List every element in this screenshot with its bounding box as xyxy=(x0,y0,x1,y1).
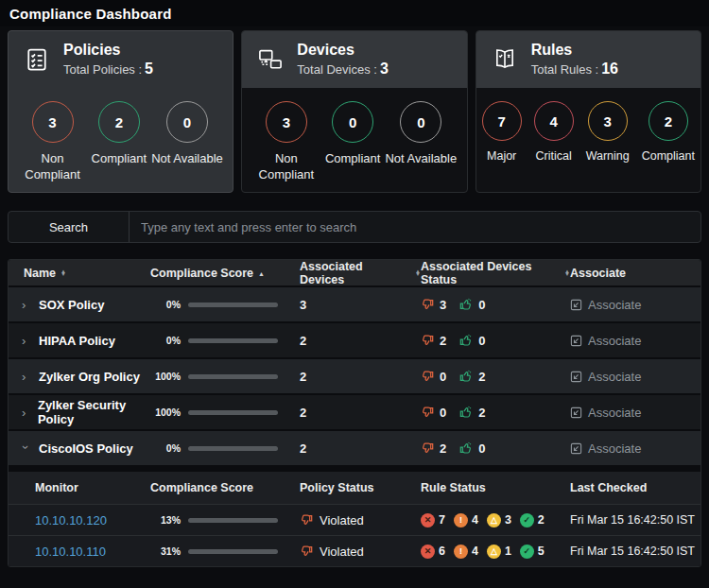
compliance-score-cell: 31% xyxy=(150,545,300,557)
monitor-table-header: Monitor Compliance Score Policy Status R… xyxy=(9,472,700,504)
chevron-down-icon[interactable]: › xyxy=(19,445,33,454)
rules-stat-major[interactable]: 7 Major xyxy=(482,101,522,164)
critical-count: 4 xyxy=(472,513,478,527)
devices-total-value: 3 xyxy=(380,61,389,77)
policies-card[interactable]: Policies Total Policies :5 3 Non Complia… xyxy=(8,30,233,193)
policy-name-cell[interactable]: ›Zylker Org Policy xyxy=(9,370,150,384)
column-header-name[interactable]: Name ▲▼ xyxy=(9,267,150,280)
thumb-down-icon xyxy=(300,513,313,527)
associate-button[interactable]: Associate xyxy=(570,334,700,348)
policy-row-ciscoios[interactable]: ›CiscoIOS Policy 0% 2 2 0 Associate xyxy=(9,429,700,465)
policy-name-cell[interactable]: ›HIPAA Policy xyxy=(9,334,150,348)
page-title: Compliance Dashboard xyxy=(9,6,172,22)
stat-label: Compliant xyxy=(325,151,381,167)
rules-card-header: Rules Total Rules :16 xyxy=(476,31,700,88)
devices-status-cell: 2 0 xyxy=(421,334,570,348)
devices-status-cell: 3 0 xyxy=(421,298,570,312)
checklist-icon xyxy=(22,44,52,75)
score-bar xyxy=(188,549,278,554)
monitor-ip-link[interactable]: 10.10.10.120 xyxy=(35,513,107,527)
score-percent: 0% xyxy=(150,299,181,310)
thumb-down-icon xyxy=(421,370,434,383)
chevron-right-icon[interactable]: › xyxy=(22,406,29,420)
rules-stat-critical[interactable]: 4 Critical xyxy=(534,101,574,164)
thumb-up-icon xyxy=(459,370,473,383)
associate-button[interactable]: Associate xyxy=(570,406,700,420)
stat-circle: 0 xyxy=(166,101,208,143)
devices-card-title: Devices xyxy=(297,42,388,59)
stat-label: Warning xyxy=(586,148,630,164)
stat-value: 0 xyxy=(349,114,356,130)
score-bar xyxy=(188,374,278,379)
devices-stat-notavailable[interactable]: 0 Not Available xyxy=(385,101,457,167)
sort-icon[interactable]: ▲▼ xyxy=(61,270,66,277)
compliant-device-count: 0 xyxy=(478,441,485,456)
rules-book-icon xyxy=(490,44,520,75)
title-bar: Compliance Dashboard xyxy=(0,0,709,26)
policy-row-hipaa[interactable]: ›HIPAA Policy 0% 2 2 0 Associate xyxy=(9,321,700,357)
rules-stat-warning[interactable]: 3 Warning xyxy=(586,101,630,164)
associate-icon xyxy=(570,442,582,455)
column-header-compliance-score: Compliance Score xyxy=(150,481,300,494)
sort-asc-icon[interactable]: ▲ xyxy=(258,270,265,277)
chevron-right-icon[interactable]: › xyxy=(22,334,30,348)
associate-button[interactable]: Associate xyxy=(570,298,700,312)
stat-label: Critical xyxy=(536,148,572,164)
devices-stat-compliant[interactable]: 0 Compliant xyxy=(325,101,381,167)
associate-label: Associate xyxy=(588,406,641,420)
rules-card-title: Rules xyxy=(531,42,618,59)
associate-label: Associate xyxy=(588,334,641,348)
policy-name-cell[interactable]: ›CiscoIOS Policy xyxy=(9,441,150,456)
thumb-down-icon xyxy=(421,441,434,455)
policy-row-sox[interactable]: ›SOX Policy 0% 3 3 0 Associate xyxy=(9,285,700,321)
column-header-associated-devices[interactable]: Associated Devices ▲▼ xyxy=(300,260,421,286)
policies-stat-notavailable[interactable]: 0 Not Available xyxy=(151,101,223,167)
thumb-up-icon xyxy=(459,334,473,347)
rules-card[interactable]: Rules Total Rules :16 7 Major 4 Critical… xyxy=(476,30,701,193)
policy-row-zylker-security[interactable]: ›Zylker Security Policy 100% 2 0 2 Assoc… xyxy=(9,393,700,429)
devices-total-label: Total Devices : xyxy=(297,62,377,77)
policies-total: Total Policies :5 xyxy=(63,61,153,78)
ok-badge-icon: ✓ xyxy=(520,513,534,527)
search-input[interactable] xyxy=(130,220,700,234)
policy-name-cell[interactable]: ›Zylker Security Policy xyxy=(9,398,150,426)
policies-card-title: Policies xyxy=(63,42,153,59)
column-label: Associated Devices Status xyxy=(421,260,560,286)
policies-total-value: 5 xyxy=(145,61,153,77)
chevron-right-icon[interactable]: › xyxy=(22,298,30,312)
error-badge-icon: ✕ xyxy=(421,545,435,559)
chevron-right-icon[interactable]: › xyxy=(22,370,30,384)
policy-name-cell[interactable]: ›SOX Policy xyxy=(9,298,150,312)
policies-stat-compliant[interactable]: 2 Compliant xyxy=(92,101,147,167)
devices-icon xyxy=(255,44,285,75)
associate-button[interactable]: Associate xyxy=(570,370,700,384)
monitor-row: 10.10.10.120 13% Violated ✕7 !4 △3 ✓2 Fr… xyxy=(9,504,700,535)
policy-name: HIPAA Policy xyxy=(39,334,115,348)
stat-value: 3 xyxy=(283,114,290,130)
devices-status-cell: 0 2 xyxy=(421,406,570,420)
devices-stat-noncompliant[interactable]: 3 Non Compliant xyxy=(252,101,320,183)
policies-stat-noncompliant[interactable]: 3 Non Compliant xyxy=(19,101,87,183)
stat-label: Compliant xyxy=(92,151,147,167)
compliance-score-cell: 0% xyxy=(150,299,300,310)
associated-devices-count: 2 xyxy=(300,406,421,420)
associate-button[interactable]: Associate xyxy=(570,441,700,456)
stat-value: 0 xyxy=(417,114,424,130)
rules-total-label: Total Rules : xyxy=(531,62,599,77)
stat-value: 4 xyxy=(549,113,557,130)
associate-label: Associate xyxy=(588,370,641,384)
compliance-score-cell: 0% xyxy=(150,335,300,346)
devices-card-titles: Devices Total Devices :3 xyxy=(297,42,388,78)
monitor-ip-link[interactable]: 10.10.10.110 xyxy=(35,545,106,559)
policy-name: SOX Policy xyxy=(39,298,104,312)
policy-row-zylker-org[interactable]: ›Zylker Org Policy 100% 2 0 2 Associate xyxy=(9,357,700,393)
compliant-device-count: 2 xyxy=(478,370,485,384)
rules-stat-compliant[interactable]: 2 Compliant xyxy=(642,101,695,164)
devices-card[interactable]: Devices Total Devices :3 3 Non Compliant… xyxy=(241,30,467,193)
thumb-down-icon xyxy=(421,406,434,419)
policies-stats: 3 Non Compliant 2 Compliant 0 Not Availa… xyxy=(9,88,233,183)
column-header-compliance-score[interactable]: Compliance Score ▲ xyxy=(150,267,300,280)
devices-card-header: Devices Total Devices :3 xyxy=(242,31,466,88)
column-header-associated-devices-status[interactable]: Associated Devices Status ▲▼ xyxy=(421,260,570,286)
rule-status-cell: ✕6 !4 △1 ✓5 xyxy=(421,545,570,559)
